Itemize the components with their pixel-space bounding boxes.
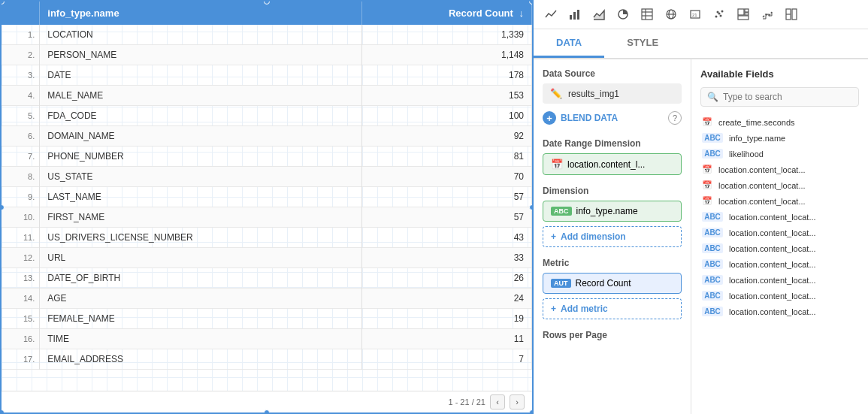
next-page-button[interactable]: › bbox=[510, 394, 525, 409]
prev-page-button[interactable]: ‹ bbox=[490, 394, 505, 409]
config-panel: Data Source ✏️ results_img1 + BLEND DATA… bbox=[534, 59, 691, 414]
table-row: 3. DATE 178 bbox=[2, 65, 532, 86]
table-row: 11. US_DRIVERS_LICENSE_NUMBER 43 bbox=[2, 228, 532, 248]
table-chart-icon[interactable] bbox=[637, 5, 657, 24]
row-num-header bbox=[2, 2, 40, 25]
dimension-title: Dimension bbox=[543, 186, 682, 196]
calendar-field-icon: 📅 bbox=[702, 117, 712, 127]
table-row: 15. FEMALE_NAME 19 bbox=[2, 309, 532, 329]
field-item[interactable]: 📅location.content_locat... bbox=[700, 193, 859, 209]
svg-rect-20 bbox=[745, 13, 749, 15]
content-area: Data Source ✏️ results_img1 + BLEND DATA… bbox=[534, 59, 868, 414]
count-column-header[interactable]: Record Count ↓ bbox=[362, 2, 532, 25]
svg-rect-18 bbox=[738, 9, 744, 15]
date-range-value: location.content_l... bbox=[567, 159, 645, 170]
pagination-text: 1 - 21 / 21 bbox=[448, 397, 485, 406]
blend-icon: + bbox=[543, 111, 556, 125]
field-label: location.content_locat... bbox=[729, 213, 816, 222]
scatter-icon[interactable] bbox=[709, 5, 729, 24]
field-label: location.content_locat... bbox=[718, 197, 806, 206]
data-source-section: Data Source ✏️ results_img1 + BLEND DATA… bbox=[543, 68, 682, 128]
handle-bottom-right[interactable] bbox=[529, 409, 534, 414]
field-label: create_time.seconds bbox=[718, 118, 795, 127]
add-dimension-icon: + bbox=[551, 231, 556, 242]
dimension-value: info_type.name bbox=[576, 206, 638, 216]
svg-rect-1 bbox=[573, 12, 576, 20]
row-num: 3. bbox=[2, 65, 40, 86]
field-item[interactable]: 📅create_time.seconds bbox=[700, 114, 859, 130]
handle-bottom[interactable] bbox=[264, 409, 270, 414]
field-label: location.content_locat... bbox=[729, 244, 816, 253]
search-input[interactable] bbox=[723, 92, 852, 102]
field-item[interactable]: ABClocation.content_locat... bbox=[700, 304, 859, 319]
area-chart-icon[interactable] bbox=[589, 5, 609, 24]
row-count: 1,339 bbox=[362, 25, 532, 45]
field-item[interactable]: ABClocation.content_locat... bbox=[700, 209, 859, 225]
field-label: location.content_locat... bbox=[729, 307, 816, 316]
handle-right[interactable] bbox=[529, 204, 534, 210]
row-num: 17. bbox=[2, 349, 40, 370]
blend-data-button[interactable]: + BLEND DATA bbox=[543, 108, 618, 128]
field-item[interactable]: ABClocation.content_locat... bbox=[700, 225, 859, 240]
tab-style[interactable]: STYLE bbox=[604, 29, 681, 58]
help-icon[interactable]: ? bbox=[668, 111, 682, 125]
row-count: 178 bbox=[362, 65, 532, 86]
svg-point-13 bbox=[715, 16, 718, 18]
fields-list: 📅create_time.secondsABCinfo_type.nameABC… bbox=[700, 114, 859, 319]
available-fields-title: Available Fields bbox=[700, 68, 859, 80]
table-row: 10. FIRST_NAME 57 bbox=[2, 207, 532, 228]
data-table: info_type.name Record Count ↓ 1. LOCATIO… bbox=[2, 2, 532, 391]
table-row: 6. DOMAIN_NAME 92 bbox=[2, 126, 532, 147]
add-metric-button[interactable]: + Add metric bbox=[543, 298, 682, 319]
field-item[interactable]: ABCinfo_type.name bbox=[700, 130, 859, 146]
tabs-bar: DATA STYLE bbox=[534, 29, 868, 59]
dimension-box[interactable]: ABC info_type.name bbox=[543, 201, 682, 222]
bar-chart-icon[interactable] bbox=[565, 5, 585, 24]
row-num: 13. bbox=[2, 268, 40, 289]
table-row: 7. PHONE_NUMBER 81 bbox=[2, 147, 532, 167]
row-name: LOCATION bbox=[40, 25, 362, 45]
field-label: info_type.name bbox=[729, 134, 785, 143]
abc-badge-dimension: ABC bbox=[551, 207, 572, 216]
row-name: AGE bbox=[40, 289, 362, 309]
row-count: 100 bbox=[362, 106, 532, 126]
metric-box[interactable]: AUT Record Count bbox=[543, 273, 682, 294]
field-item[interactable]: ABClocation.content_locat... bbox=[700, 256, 859, 272]
table-row: 4. MALE_NAME 153 bbox=[2, 86, 532, 106]
globe-chart-icon[interactable] bbox=[661, 5, 681, 24]
field-item[interactable]: ABClocation.content_locat... bbox=[700, 288, 859, 304]
dimension-section: Dimension ABC info_type.name + Add dimen… bbox=[543, 186, 682, 247]
date-range-box[interactable]: 📅 location.content_l... bbox=[543, 153, 682, 175]
row-name: MALE_NAME bbox=[40, 86, 362, 106]
scorecard-icon[interactable]: 21 bbox=[685, 5, 705, 24]
table-row: 12. URL 33 bbox=[2, 248, 532, 268]
tab-data[interactable]: DATA bbox=[534, 29, 604, 58]
field-label: location.content_locat... bbox=[729, 276, 816, 285]
row-num: 9. bbox=[2, 187, 40, 207]
row-num: 15. bbox=[2, 309, 40, 329]
row-num: 10. bbox=[2, 207, 40, 228]
line-chart-icon[interactable] bbox=[541, 5, 561, 24]
field-item[interactable]: ABClocation.content_locat... bbox=[700, 240, 859, 256]
row-num: 11. bbox=[2, 228, 40, 248]
field-item[interactable]: 📅location.content_locat... bbox=[700, 162, 859, 177]
row-name: FDA_CODE bbox=[40, 106, 362, 126]
handle-top-right[interactable] bbox=[529, 0, 534, 5]
add-dimension-button[interactable]: + Add dimension bbox=[543, 226, 682, 247]
row-name: TIME bbox=[40, 329, 362, 349]
field-item[interactable]: ABClocation.content_locat... bbox=[700, 272, 859, 288]
field-item[interactable]: ABClikelihood bbox=[700, 146, 859, 162]
handle-bottom-left[interactable] bbox=[0, 409, 5, 414]
table-row: 8. US_STATE 70 bbox=[2, 167, 532, 187]
field-item[interactable]: 📅location.content_locat... bbox=[700, 177, 859, 193]
waterfall-icon[interactable] bbox=[758, 5, 777, 24]
name-column-header[interactable]: info_type.name bbox=[40, 2, 362, 25]
data-source-item[interactable]: ✏️ results_img1 bbox=[543, 83, 682, 104]
pie-chart-icon[interactable] bbox=[613, 5, 633, 24]
table-row: 5. FDA_CODE 100 bbox=[2, 106, 532, 126]
treemap-icon[interactable] bbox=[733, 5, 753, 24]
table-panel: info_type.name Record Count ↓ 1. LOCATIO… bbox=[0, 0, 534, 414]
table-row: 17. EMAIL_ADDRESS 7 bbox=[2, 349, 532, 370]
row-count: 92 bbox=[362, 126, 532, 147]
more-chart-icon[interactable] bbox=[782, 5, 801, 24]
